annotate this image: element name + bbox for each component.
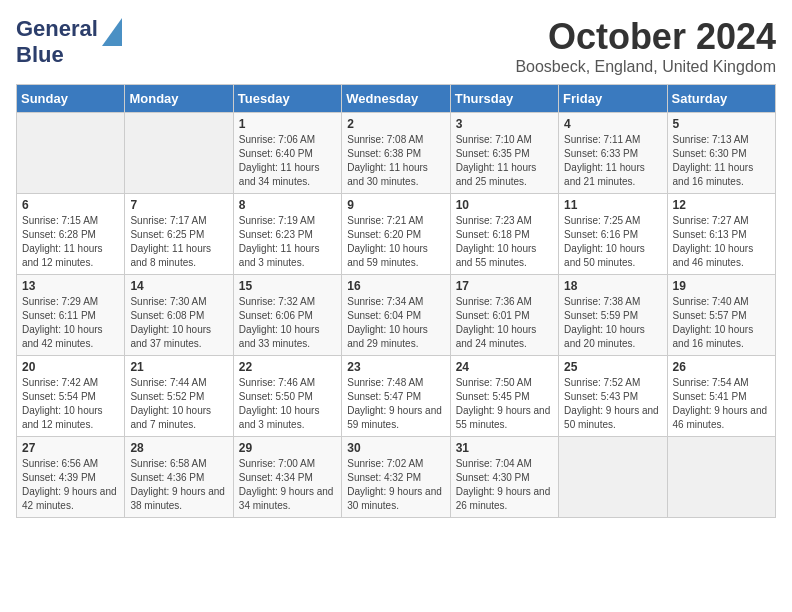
calendar-cell: 15Sunrise: 7:32 AMSunset: 6:06 PMDayligh… <box>233 275 341 356</box>
month-title: October 2024 <box>515 16 776 58</box>
cell-content: Sunrise: 7:52 AMSunset: 5:43 PMDaylight:… <box>564 376 661 432</box>
cell-content: Sunrise: 7:25 AMSunset: 6:16 PMDaylight:… <box>564 214 661 270</box>
cell-content: Sunrise: 7:08 AMSunset: 6:38 PMDaylight:… <box>347 133 444 189</box>
cell-content: Sunrise: 7:27 AMSunset: 6:13 PMDaylight:… <box>673 214 770 270</box>
cell-content: Sunrise: 7:04 AMSunset: 4:30 PMDaylight:… <box>456 457 553 513</box>
calendar-cell: 31Sunrise: 7:04 AMSunset: 4:30 PMDayligh… <box>450 437 558 518</box>
day-number: 6 <box>22 198 119 212</box>
calendar-cell: 4Sunrise: 7:11 AMSunset: 6:33 PMDaylight… <box>559 113 667 194</box>
calendar-cell: 13Sunrise: 7:29 AMSunset: 6:11 PMDayligh… <box>17 275 125 356</box>
header-sunday: Sunday <box>17 85 125 113</box>
day-number: 7 <box>130 198 227 212</box>
day-number: 19 <box>673 279 770 293</box>
day-number: 4 <box>564 117 661 131</box>
day-number: 8 <box>239 198 336 212</box>
calendar-cell: 30Sunrise: 7:02 AMSunset: 4:32 PMDayligh… <box>342 437 450 518</box>
cell-content: Sunrise: 7:42 AMSunset: 5:54 PMDaylight:… <box>22 376 119 432</box>
day-number: 31 <box>456 441 553 455</box>
day-number: 25 <box>564 360 661 374</box>
calendar-cell: 3Sunrise: 7:10 AMSunset: 6:35 PMDaylight… <box>450 113 558 194</box>
cell-content: Sunrise: 7:40 AMSunset: 5:57 PMDaylight:… <box>673 295 770 351</box>
day-number: 23 <box>347 360 444 374</box>
day-number: 29 <box>239 441 336 455</box>
header-tuesday: Tuesday <box>233 85 341 113</box>
day-number: 13 <box>22 279 119 293</box>
calendar-cell: 28Sunrise: 6:58 AMSunset: 4:36 PMDayligh… <box>125 437 233 518</box>
cell-content: Sunrise: 7:17 AMSunset: 6:25 PMDaylight:… <box>130 214 227 270</box>
calendar-cell: 16Sunrise: 7:34 AMSunset: 6:04 PMDayligh… <box>342 275 450 356</box>
svg-marker-0 <box>102 18 122 46</box>
cell-content: Sunrise: 7:44 AMSunset: 5:52 PMDaylight:… <box>130 376 227 432</box>
cell-content: Sunrise: 7:34 AMSunset: 6:04 PMDaylight:… <box>347 295 444 351</box>
title-block: October 2024 Boosbeck, England, United K… <box>515 16 776 76</box>
calendar-cell: 20Sunrise: 7:42 AMSunset: 5:54 PMDayligh… <box>17 356 125 437</box>
cell-content: Sunrise: 7:29 AMSunset: 6:11 PMDaylight:… <box>22 295 119 351</box>
cell-content: Sunrise: 7:02 AMSunset: 4:32 PMDaylight:… <box>347 457 444 513</box>
day-number: 14 <box>130 279 227 293</box>
calendar-week-row: 20Sunrise: 7:42 AMSunset: 5:54 PMDayligh… <box>17 356 776 437</box>
calendar-cell: 23Sunrise: 7:48 AMSunset: 5:47 PMDayligh… <box>342 356 450 437</box>
day-number: 9 <box>347 198 444 212</box>
cell-content: Sunrise: 6:56 AMSunset: 4:39 PMDaylight:… <box>22 457 119 513</box>
cell-content: Sunrise: 6:58 AMSunset: 4:36 PMDaylight:… <box>130 457 227 513</box>
header-thursday: Thursday <box>450 85 558 113</box>
day-number: 10 <box>456 198 553 212</box>
cell-content: Sunrise: 7:30 AMSunset: 6:08 PMDaylight:… <box>130 295 227 351</box>
day-number: 3 <box>456 117 553 131</box>
cell-content: Sunrise: 7:46 AMSunset: 5:50 PMDaylight:… <box>239 376 336 432</box>
calendar-cell: 12Sunrise: 7:27 AMSunset: 6:13 PMDayligh… <box>667 194 775 275</box>
logo-triangle-icon <box>102 18 122 46</box>
cell-content: Sunrise: 7:00 AMSunset: 4:34 PMDaylight:… <box>239 457 336 513</box>
cell-content: Sunrise: 7:19 AMSunset: 6:23 PMDaylight:… <box>239 214 336 270</box>
day-number: 2 <box>347 117 444 131</box>
day-number: 24 <box>456 360 553 374</box>
calendar-cell: 2Sunrise: 7:08 AMSunset: 6:38 PMDaylight… <box>342 113 450 194</box>
calendar-cell: 7Sunrise: 7:17 AMSunset: 6:25 PMDaylight… <box>125 194 233 275</box>
header-wednesday: Wednesday <box>342 85 450 113</box>
calendar-cell: 10Sunrise: 7:23 AMSunset: 6:18 PMDayligh… <box>450 194 558 275</box>
day-number: 21 <box>130 360 227 374</box>
calendar-cell: 29Sunrise: 7:00 AMSunset: 4:34 PMDayligh… <box>233 437 341 518</box>
calendar-week-row: 13Sunrise: 7:29 AMSunset: 6:11 PMDayligh… <box>17 275 776 356</box>
cell-content: Sunrise: 7:23 AMSunset: 6:18 PMDaylight:… <box>456 214 553 270</box>
day-number: 11 <box>564 198 661 212</box>
calendar-cell: 5Sunrise: 7:13 AMSunset: 6:30 PMDaylight… <box>667 113 775 194</box>
cell-content: Sunrise: 7:13 AMSunset: 6:30 PMDaylight:… <box>673 133 770 189</box>
header-monday: Monday <box>125 85 233 113</box>
calendar-cell: 6Sunrise: 7:15 AMSunset: 6:28 PMDaylight… <box>17 194 125 275</box>
calendar-week-row: 6Sunrise: 7:15 AMSunset: 6:28 PMDaylight… <box>17 194 776 275</box>
calendar-cell <box>667 437 775 518</box>
day-number: 18 <box>564 279 661 293</box>
header-friday: Friday <box>559 85 667 113</box>
calendar-week-row: 27Sunrise: 6:56 AMSunset: 4:39 PMDayligh… <box>17 437 776 518</box>
cell-content: Sunrise: 7:38 AMSunset: 5:59 PMDaylight:… <box>564 295 661 351</box>
calendar-cell: 11Sunrise: 7:25 AMSunset: 6:16 PMDayligh… <box>559 194 667 275</box>
day-number: 27 <box>22 441 119 455</box>
page-header: GeneralBlue October 2024 Boosbeck, Engla… <box>16 16 776 76</box>
calendar-cell: 26Sunrise: 7:54 AMSunset: 5:41 PMDayligh… <box>667 356 775 437</box>
cell-content: Sunrise: 7:36 AMSunset: 6:01 PMDaylight:… <box>456 295 553 351</box>
day-number: 12 <box>673 198 770 212</box>
calendar-cell: 21Sunrise: 7:44 AMSunset: 5:52 PMDayligh… <box>125 356 233 437</box>
day-number: 30 <box>347 441 444 455</box>
calendar-cell: 24Sunrise: 7:50 AMSunset: 5:45 PMDayligh… <box>450 356 558 437</box>
calendar-cell: 22Sunrise: 7:46 AMSunset: 5:50 PMDayligh… <box>233 356 341 437</box>
cell-content: Sunrise: 7:11 AMSunset: 6:33 PMDaylight:… <box>564 133 661 189</box>
cell-content: Sunrise: 7:21 AMSunset: 6:20 PMDaylight:… <box>347 214 444 270</box>
logo: GeneralBlue <box>16 16 122 68</box>
day-number: 1 <box>239 117 336 131</box>
day-number: 5 <box>673 117 770 131</box>
cell-content: Sunrise: 7:48 AMSunset: 5:47 PMDaylight:… <box>347 376 444 432</box>
cell-content: Sunrise: 7:10 AMSunset: 6:35 PMDaylight:… <box>456 133 553 189</box>
calendar-cell: 14Sunrise: 7:30 AMSunset: 6:08 PMDayligh… <box>125 275 233 356</box>
logo-text: GeneralBlue <box>16 16 98 67</box>
day-number: 26 <box>673 360 770 374</box>
day-number: 17 <box>456 279 553 293</box>
calendar-cell <box>125 113 233 194</box>
day-number: 15 <box>239 279 336 293</box>
calendar-cell <box>17 113 125 194</box>
calendar-cell: 25Sunrise: 7:52 AMSunset: 5:43 PMDayligh… <box>559 356 667 437</box>
cell-content: Sunrise: 7:06 AMSunset: 6:40 PMDaylight:… <box>239 133 336 189</box>
calendar-cell: 9Sunrise: 7:21 AMSunset: 6:20 PMDaylight… <box>342 194 450 275</box>
header-saturday: Saturday <box>667 85 775 113</box>
